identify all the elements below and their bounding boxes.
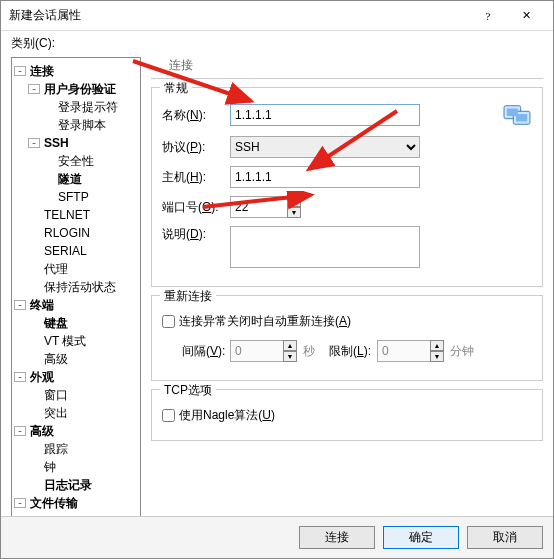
dialog-footer: 连接 确定 取消 [1,516,553,558]
host-input[interactable] [230,166,420,188]
cancel-button[interactable]: 取消 [467,526,543,549]
group-general: 常规 名称(N): 协议(P): SSH [151,87,543,287]
group-tcp: TCP选项 使用Nagle算法(U) [151,389,543,441]
limit-spinner: ▲▼ [430,340,444,362]
interval-label: 间隔(V): [182,343,230,360]
limit-label: 限制(L): [329,343,377,360]
tree-loginscript[interactable]: 登录脚本 [42,116,138,134]
interval-spinner: ▲▼ [283,340,297,362]
spin-down-icon[interactable]: ▼ [287,207,301,218]
tree-bell[interactable]: 钟 [28,458,138,476]
protocol-select[interactable]: SSH [230,136,420,158]
interval-input [230,340,284,362]
nagle-checkbox[interactable] [162,409,175,422]
category-label: 类别(C): [11,35,55,52]
tree-keepalive[interactable]: 保持活动状态 [28,278,138,296]
auto-reconnect-checkbox[interactable] [162,315,175,328]
tree-filetransfer[interactable]: -文件传输 [14,494,138,512]
tree-ssh[interactable]: -SSH [28,134,138,152]
content-area: -连接 -用户身份验证 登录提示符 登录脚本 -SSH 安全性 隧道 [1,31,553,516]
desc-label: 说明(D): [162,226,230,243]
seconds-label: 秒 [303,343,315,360]
tree-sftp[interactable]: SFTP [42,188,138,206]
port-label: 端口号(O): [162,199,230,216]
tree-advanced-terminal[interactable]: 高级 [28,350,138,368]
port-input[interactable] [230,196,288,218]
tree-trace[interactable]: 跟踪 [28,440,138,458]
tree-auth[interactable]: -用户身份验证 [28,80,138,98]
help-button[interactable]: ? [469,1,507,31]
tree-logging[interactable]: 日志记录 [28,476,138,494]
tree-tunnel[interactable]: 隧道 [42,170,138,188]
tree-telnet[interactable]: TELNET [28,206,138,224]
tree-proxy[interactable]: 代理 [28,260,138,278]
svg-rect-3 [516,114,527,121]
group-tcp-title: TCP选项 [160,382,216,399]
desc-textarea[interactable] [230,226,420,268]
tree-loginprompt[interactable]: 登录提示符 [42,98,138,116]
auto-reconnect-label: 连接异常关闭时自动重新连接(A) [179,313,351,330]
port-spinner[interactable]: ▲▼ [287,196,301,218]
spin-up-icon[interactable]: ▲ [287,196,301,207]
group-general-title: 常规 [160,80,192,97]
titlebar: 新建会话属性 ? ✕ [1,1,553,31]
minutes-label: 分钟 [450,343,474,360]
tree-security[interactable]: 安全性 [42,152,138,170]
tab-connect[interactable]: 连接 [159,54,203,78]
group-reconnect: 重新连接 连接异常关闭时自动重新连接(A) 间隔(V): ▲▼ 秒 限制(L):… [151,295,543,381]
category-tree[interactable]: -连接 -用户身份验证 登录提示符 登录脚本 -SSH 安全性 隧道 [11,57,141,516]
connect-button[interactable]: 连接 [299,526,375,549]
main-panel: 连接 常规 名称(N): 协议(P): [151,57,543,516]
tab-bar: 连接 [151,57,543,79]
host-label: 主机(H): [162,169,230,186]
tree-rlogin[interactable]: RLOGIN [28,224,138,242]
tree-serial[interactable]: SERIAL [28,242,138,260]
tree-keyboard[interactable]: 键盘 [28,314,138,332]
limit-input [377,340,431,362]
close-button[interactable]: ✕ [507,1,545,31]
protocol-label: 协议(P): [162,139,230,156]
ok-button[interactable]: 确定 [383,526,459,549]
group-reconnect-title: 重新连接 [160,288,216,305]
window-title: 新建会话属性 [9,7,469,24]
tree-appearance[interactable]: -外观 [14,368,138,386]
tree-vtmodes[interactable]: VT 模式 [28,332,138,350]
name-input[interactable] [230,104,420,126]
tree-highlight[interactable]: 突出 [28,404,138,422]
dialog-window: 新建会话属性 ? ✕ 类别(C): -连接 -用户身份验证 登录提示符 登录脚本 [0,0,554,559]
tree-terminal[interactable]: -终端 [14,296,138,314]
tree-connection[interactable]: -连接 [14,62,138,80]
device-icon [502,102,532,128]
nagle-label: 使用Nagle算法(U) [179,407,275,424]
tree-advanced[interactable]: -高级 [14,422,138,440]
tree-window[interactable]: 窗口 [28,386,138,404]
name-label: 名称(N): [162,107,230,124]
